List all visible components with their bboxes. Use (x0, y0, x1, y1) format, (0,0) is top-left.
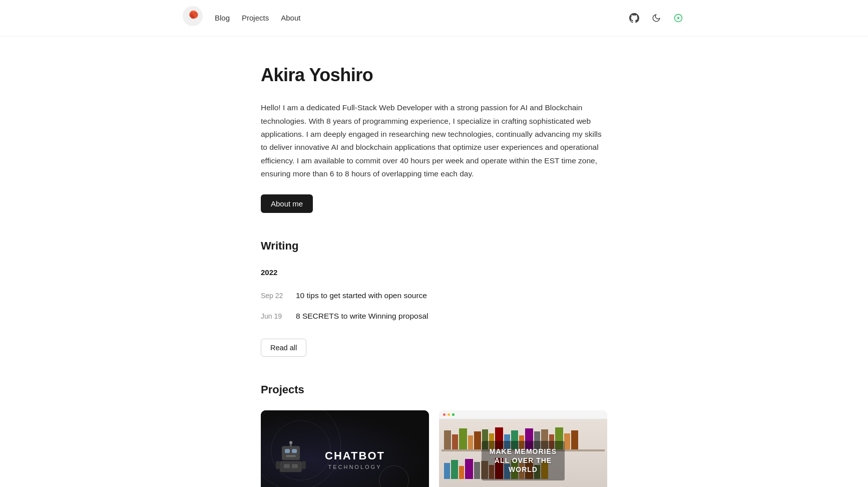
svg-rect-4 (285, 449, 290, 453)
navbar: Blog Projects About (0, 0, 868, 37)
list-item: Sep 22 10 tips to get started with open … (261, 286, 607, 306)
blog-post-1[interactable]: 10 tips to get started with open source (296, 290, 427, 302)
svg-rect-5 (292, 449, 297, 453)
writing-section-title: Writing (261, 237, 607, 255)
github-icon[interactable] (627, 11, 641, 25)
projects-section-title: Projects (261, 381, 607, 398)
writing-section: Writing 2022 Sep 22 10 tips to get start… (261, 237, 607, 381)
svg-rect-6 (286, 455, 296, 457)
svg-rect-3 (282, 446, 300, 460)
robot-icon (276, 441, 306, 480)
projects-grid: CHATBOT TECHNOLOGY (261, 410, 607, 487)
blog-list: Sep 22 10 tips to get started with open … (261, 286, 607, 327)
svg-rect-9 (280, 461, 302, 472)
site-logo[interactable] (183, 6, 203, 30)
travel-overlay: MAKE MEMORIESALL OVER THEWORLD (439, 410, 607, 487)
svg-rect-10 (284, 464, 290, 468)
main-content: Akira Yoshiro Hello! I am a dedicated Fu… (249, 37, 619, 487)
bio-text: Hello! I am a dedicated Full-Stack Web D… (261, 101, 607, 180)
svg-rect-12 (276, 461, 280, 469)
rss-icon[interactable] (671, 11, 685, 25)
svg-point-8 (289, 441, 292, 444)
blog-date-2: Jun 19 (261, 311, 286, 322)
nav-about[interactable]: About (281, 12, 300, 24)
nav-projects[interactable]: Projects (242, 12, 269, 24)
travel-visual: MAKE MEMORIESALL OVER THEWORLD (439, 410, 607, 487)
travel-title: MAKE MEMORIESALL OVER THEWORLD (482, 441, 565, 480)
nav-links: Blog Projects About (215, 12, 627, 24)
writing-year: 2022 (261, 267, 607, 279)
blog-date-1: Sep 22 (261, 290, 286, 301)
theme-toggle-icon[interactable] (649, 11, 663, 25)
list-item: Jun 19 8 SECRETS to write Winning propos… (261, 306, 607, 327)
about-me-button[interactable]: About me (261, 194, 313, 213)
blog-post-2[interactable]: 8 SECRETS to write Winning proposal (296, 310, 428, 323)
project-card-travel[interactable]: MAKE MEMORIESALL OVER THEWORLD (439, 410, 607, 487)
read-all-button[interactable]: Read all (261, 339, 306, 357)
chatbot-visual: CHATBOT TECHNOLOGY (261, 410, 429, 487)
svg-marker-2 (678, 17, 680, 20)
nav-blog[interactable]: Blog (215, 12, 230, 24)
chatbot-card-text: CHATBOT TECHNOLOGY (325, 449, 385, 471)
svg-rect-11 (292, 464, 298, 468)
hero-section: Akira Yoshiro Hello! I am a dedicated Fu… (261, 61, 607, 237)
page-title: Akira Yoshiro (261, 61, 607, 90)
chatbot-title: CHATBOT (325, 449, 385, 462)
nav-icon-group (627, 11, 685, 25)
projects-section: Projects (261, 381, 607, 487)
svg-rect-13 (302, 461, 306, 469)
chatbot-subtitle: TECHNOLOGY (325, 463, 385, 472)
project-card-chatbot[interactable]: CHATBOT TECHNOLOGY (261, 410, 429, 487)
